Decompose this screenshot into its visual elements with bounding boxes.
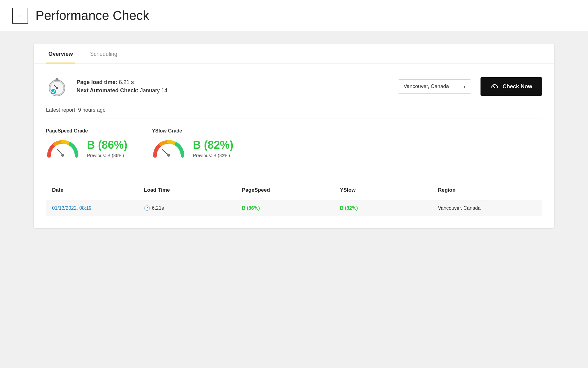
yslow-prev-label: Previous: xyxy=(193,153,212,158)
back-button[interactable]: ← xyxy=(12,8,28,24)
next-check-label: Next Automated Check: xyxy=(77,87,138,94)
stopwatch-icon xyxy=(46,76,67,97)
next-check-value-text: January 14 xyxy=(140,87,167,94)
svg-point-12 xyxy=(494,87,495,88)
yslow-label: YSlow Grade xyxy=(152,128,233,134)
back-arrow-icon: ← xyxy=(17,12,23,19)
svg-rect-3 xyxy=(56,78,58,80)
table-section: Date Load Time PageSpeed YSlow Region 01… xyxy=(34,171,554,228)
yslow-grade-value: B (82%) xyxy=(193,139,233,151)
page-load-line: Page load time: 6.21 s xyxy=(77,79,389,86)
row-load-value: 6.21s xyxy=(152,205,164,211)
yslow-grade-previous: Previous: B (82%) xyxy=(193,153,233,158)
col-yslow: YSlow xyxy=(340,187,438,193)
yslow-gauge xyxy=(152,137,186,159)
pagespeed-gauge xyxy=(46,137,80,159)
row-load-time: 🕐 6.21s xyxy=(144,205,242,211)
svg-point-9 xyxy=(56,87,58,89)
tab-scheduling[interactable]: Scheduling xyxy=(88,44,120,63)
chevron-down-icon: ▾ xyxy=(463,84,466,89)
col-pagespeed: PageSpeed xyxy=(242,187,340,193)
main-card: Overview Scheduling xyxy=(34,44,554,228)
region-select[interactable]: Vancouver, Canada ▾ xyxy=(398,79,471,94)
pagespeed-prev-value: B (86%) xyxy=(107,153,124,158)
col-date: Date xyxy=(52,187,144,193)
divider xyxy=(46,118,542,118)
grades-row: PageSpeed Grade xyxy=(46,128,542,159)
pagespeed-grade-previous: Previous: B (86%) xyxy=(87,153,127,158)
pagespeed-prev-label: Previous: xyxy=(87,153,106,158)
latest-report-label: Latest report: xyxy=(46,107,77,113)
row-date[interactable]: 01/13/2022, 08:19 xyxy=(52,205,144,211)
table-row: 01/13/2022, 08:19 🕐 6.21s B (86%) B (82%… xyxy=(46,200,542,216)
page-title: Performance Check xyxy=(36,8,149,23)
check-now-button[interactable]: Check Now xyxy=(481,77,542,96)
top-row: Page load time: 6.21 s Next Automated Ch… xyxy=(46,76,542,97)
speedometer-icon xyxy=(490,82,499,91)
page-info: Page load time: 6.21 s Next Automated Ch… xyxy=(77,79,389,94)
clock-icon: 🕐 xyxy=(144,205,150,211)
page-load-value-text: 6.21 s xyxy=(119,79,134,85)
yslow-grade-block: YSlow Grade xyxy=(152,128,233,159)
main-content: Overview Scheduling xyxy=(0,31,588,240)
col-load-time: Load Time xyxy=(144,187,242,193)
pagespeed-grade-block: PageSpeed Grade xyxy=(46,128,127,159)
next-check-line: Next Automated Check: January 14 xyxy=(77,87,389,94)
svg-point-14 xyxy=(61,154,64,157)
pagespeed-label: PageSpeed Grade xyxy=(46,128,127,134)
pagespeed-grade-value: B (86%) xyxy=(87,139,127,151)
region-selected-text: Vancouver, Canada xyxy=(404,83,449,90)
svg-point-16 xyxy=(167,154,170,157)
yslow-prev-value: B (82%) xyxy=(213,153,230,158)
check-now-label: Check Now xyxy=(503,83,532,90)
overview-section: Page load time: 6.21 s Next Automated Ch… xyxy=(34,63,554,171)
latest-report-value: 9 hours ago xyxy=(78,107,106,113)
row-region: Vancouver, Canada xyxy=(438,205,536,211)
svg-point-10 xyxy=(50,89,56,95)
row-yslow: B (82%) xyxy=(340,205,438,211)
page-load-label: Page load time: xyxy=(77,79,117,85)
tab-overview[interactable]: Overview xyxy=(46,44,75,63)
row-pagespeed: B (86%) xyxy=(242,205,340,211)
latest-report: Latest report: 9 hours ago xyxy=(46,107,542,113)
table-header: Date Load Time PageSpeed YSlow Region xyxy=(46,183,542,197)
pagespeed-grade-info: B (86%) Previous: B (86%) xyxy=(87,139,127,158)
yslow-grade-info: B (82%) Previous: B (82%) xyxy=(193,139,233,158)
header: ← Performance Check xyxy=(0,0,588,31)
col-region: Region xyxy=(438,187,536,193)
tab-bar: Overview Scheduling xyxy=(34,44,554,63)
